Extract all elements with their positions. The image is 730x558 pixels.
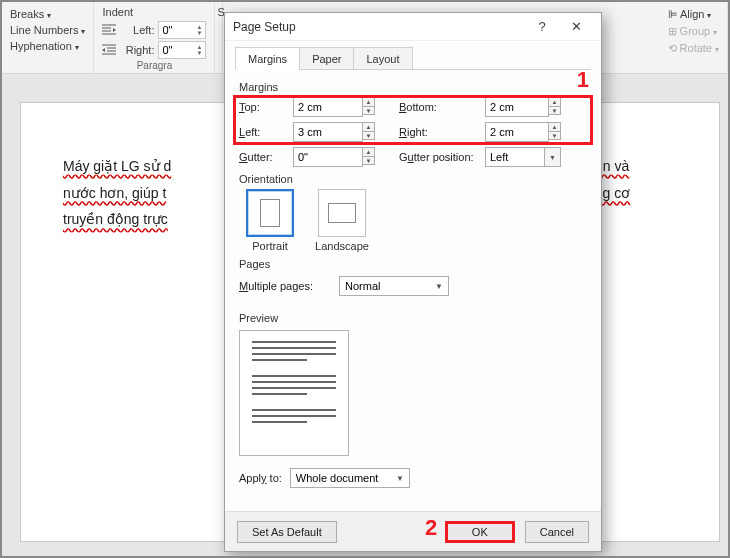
right-input[interactable]: 2 cm (485, 122, 549, 142)
tab-margins[interactable]: Margins (235, 47, 300, 70)
pages-label: Pages (239, 258, 587, 270)
portrait-button[interactable] (246, 189, 294, 237)
arrange-group: ⊫ Align▾ ⊞ Group▾ ⟲ Rotate▾ (654, 2, 728, 73)
top-input[interactable]: 2 cm (293, 97, 363, 117)
margins-grid: Top: 2 cm▲▼ Bottom: 2 cm▲▼ Left: 3 cm▲▼ … (239, 97, 587, 167)
indent-left-input[interactable]: 0"▲▼ (158, 21, 206, 39)
bottom-input[interactable]: 2 cm (485, 97, 549, 117)
indent-right-input[interactable]: 0"▲▼ (158, 41, 206, 59)
breaks-group: Breaks▾ Line Numbers▾ Hyphenation▾ (2, 2, 94, 73)
group-label (10, 58, 85, 69)
trunc-group: S (215, 2, 223, 73)
bottom-label: Bottom: (399, 101, 485, 113)
orientation-label: Orientation (239, 173, 587, 185)
margins-section-label: Margins (239, 81, 587, 93)
page-setup-dialog: Page Setup ? ✕ Margins Paper Layout Marg… (224, 12, 602, 552)
landscape-button[interactable] (318, 189, 366, 237)
dialog-footer: Set As Default OK Cancel (225, 511, 601, 551)
dialog-title: Page Setup (233, 20, 525, 34)
dialog-tabs: Margins Paper Layout (225, 41, 601, 70)
hyphenation-menu[interactable]: Hyphenation▾ (10, 38, 85, 54)
multiple-pages-label: Multiple pages: (239, 280, 329, 292)
rotate-menu: ⟲ Rotate▾ (668, 40, 719, 57)
gutter-pos-dropdown[interactable]: ▼ (545, 147, 561, 167)
tab-paper[interactable]: Paper (299, 47, 354, 70)
indent-left-label: Left: (120, 24, 154, 36)
right-label: Right: (399, 126, 485, 138)
top-label: Top: (239, 101, 293, 113)
gutter-pos-label: Gutter position: (399, 151, 485, 163)
dialog-titlebar[interactable]: Page Setup ? ✕ (225, 13, 601, 41)
group-menu: ⊞ Group▾ (668, 23, 719, 40)
bottom-spinner[interactable]: ▲▼ (549, 97, 561, 117)
paragraph-label: Paragra (102, 60, 206, 71)
landscape-label: Landscape (311, 240, 373, 252)
top-spinner[interactable]: ▲▼ (363, 97, 375, 117)
breaks-menu[interactable]: Breaks▾ (10, 6, 85, 22)
indent-left-icon (102, 24, 116, 36)
gutter-spinner[interactable]: ▲▼ (363, 147, 375, 167)
line-numbers-menu[interactable]: Line Numbers▾ (10, 22, 85, 38)
apply-to-label: Apply to: (239, 472, 282, 484)
left-label: Left: (239, 126, 293, 138)
tab-layout[interactable]: Layout (353, 47, 412, 70)
left-input[interactable]: 3 cm (293, 122, 363, 142)
indent-group: Indent Left: 0"▲▼ Right: 0"▲▼ Paragra (94, 2, 215, 73)
ok-button[interactable]: OK (445, 521, 515, 543)
s-trunc: S (217, 6, 220, 18)
set-default-button[interactable]: Set As Default (237, 521, 337, 543)
left-spinner[interactable]: ▲▼ (363, 122, 375, 142)
orientation-row: Portrait Landscape (239, 189, 587, 252)
indent-label: Indent (102, 6, 206, 18)
preview-label: Preview (239, 312, 587, 324)
gutter-label: Gutter: (239, 151, 293, 163)
dialog-body: Margins Top: 2 cm▲▼ Bottom: 2 cm▲▼ Left:… (225, 71, 601, 492)
help-button[interactable]: ? (525, 14, 559, 40)
indent-right-icon (102, 44, 116, 56)
callout-1: 1 (577, 67, 589, 93)
gutter-pos-select[interactable]: Left (485, 147, 545, 167)
cancel-button[interactable]: Cancel (525, 521, 589, 543)
indent-right-label: Right: (120, 44, 154, 56)
preview-box (239, 330, 349, 456)
right-spinner[interactable]: ▲▼ (549, 122, 561, 142)
callout-2: 2 (425, 515, 437, 541)
gutter-input[interactable]: 0" (293, 147, 363, 167)
multiple-pages-select[interactable]: Normal▼ (339, 276, 449, 296)
apply-to-select[interactable]: Whole document▼ (290, 468, 410, 488)
align-menu[interactable]: ⊫ Align▾ (668, 6, 719, 23)
portrait-label: Portrait (239, 240, 301, 252)
close-button[interactable]: ✕ (559, 14, 593, 40)
